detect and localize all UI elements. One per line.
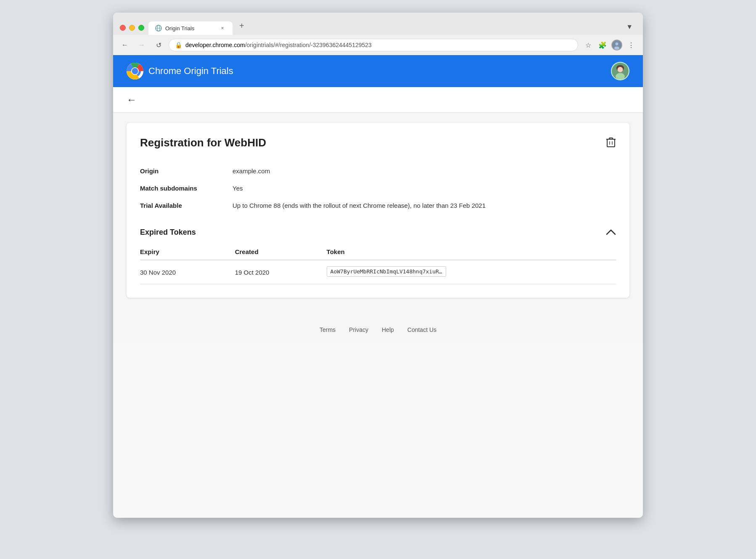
created-cell: 19 Oct 2020 (235, 260, 327, 284)
forward-nav-button[interactable]: → (135, 38, 148, 52)
page-content: Chrome Origin Trials ← (113, 55, 643, 518)
origin-row: Origin example.com (140, 162, 616, 180)
chevron-up-icon[interactable] (606, 228, 616, 237)
extensions-button[interactable]: 🧩 (596, 38, 609, 52)
user-account-button[interactable] (610, 38, 624, 52)
reload-button[interactable]: ↺ (152, 38, 165, 52)
new-tab-button[interactable]: + (234, 18, 249, 34)
svg-point-12 (616, 73, 625, 80)
title-bar: Origin Trials × + ▼ (113, 13, 643, 35)
expired-tokens-title: Expired Tokens (140, 228, 196, 237)
site-header-left: Chrome Origin Trials (127, 63, 233, 79)
menu-icon: ⋮ (628, 41, 634, 49)
chrome-logo-icon (127, 63, 143, 79)
expiry-cell: 30 Nov 2020 (140, 260, 235, 284)
main-content: Registration for WebHID (113, 113, 643, 316)
info-table: Origin example.com Match subdomains Yes … (140, 162, 616, 214)
delete-button[interactable] (606, 136, 616, 151)
origin-value: example.com (233, 167, 616, 175)
reload-icon: ↺ (156, 41, 161, 49)
registration-card: Registration for WebHID (127, 123, 629, 298)
tab-close-button[interactable]: × (219, 25, 226, 32)
token-column-header: Token (327, 244, 616, 260)
back-navigation: ← (113, 87, 643, 113)
token-cell: AoW7ByrUeMbRRIcNbImqLV148hnq7xiuR… (327, 260, 616, 284)
site-footer: Terms Privacy Help Contact Us (113, 316, 643, 343)
url-path: /origintrials/#/registration/-3239636244… (245, 42, 372, 48)
browser-window: Origin Trials × + ▼ ← → ↺ 🔒 developer.ch… (113, 13, 643, 518)
star-icon: ☆ (585, 41, 591, 49)
help-link[interactable]: Help (382, 326, 394, 333)
expired-tokens-header: Expired Tokens (140, 228, 616, 237)
tab-label: Origin Trials (165, 25, 216, 32)
lock-icon: 🔒 (175, 42, 182, 48)
site-title: Chrome Origin Trials (148, 66, 233, 77)
table-row: 30 Nov 2020 19 Oct 2020 AoW7ByrUeMbRRIcN… (140, 260, 616, 284)
browser-icons: ☆ 🧩 ⋮ (582, 38, 638, 52)
card-header: Registration for WebHID (140, 136, 616, 151)
site-header: Chrome Origin Trials (113, 55, 643, 87)
trial-available-row: Trial Available Up to Chrome 88 (ends wi… (140, 197, 616, 214)
match-subdomains-label: Match subdomains (140, 185, 233, 192)
back-arrow-button[interactable]: ← (127, 94, 137, 105)
contact-us-link[interactable]: Contact Us (407, 326, 436, 333)
header-user-avatar[interactable] (611, 62, 629, 80)
back-nav-button[interactable]: ← (118, 38, 132, 52)
forward-nav-icon: → (138, 41, 145, 49)
address-bar[interactable]: 🔒 developer.chrome.com/origintrials/#/re… (169, 39, 578, 51)
tab-overflow-button[interactable]: ▼ (623, 20, 636, 34)
extensions-icon: 🧩 (598, 41, 607, 49)
svg-point-5 (614, 46, 619, 50)
expiry-column-header: Expiry (140, 244, 235, 260)
svg-rect-15 (607, 139, 615, 147)
close-button[interactable] (120, 25, 126, 31)
match-subdomains-row: Match subdomains Yes (140, 180, 616, 197)
tokens-table: Expiry Created Token 30 Nov 2020 19 Oct … (140, 244, 616, 284)
card-title: Registration for WebHID (140, 136, 266, 149)
token-value: AoW7ByrUeMbRRIcNbImqLV148hnq7xiuR… (327, 266, 446, 277)
trial-available-label: Trial Available (140, 202, 233, 209)
back-nav-icon: ← (122, 41, 128, 49)
navigation-bar: ← → ↺ 🔒 developer.chrome.com/origintrial… (113, 35, 643, 55)
created-column-header: Created (235, 244, 327, 260)
url-display: developer.chrome.com/origintrials/#/regi… (185, 42, 572, 48)
tab-favicon-icon (155, 25, 162, 32)
star-button[interactable]: ☆ (582, 38, 595, 52)
url-domain: developer.chrome.com (185, 42, 245, 48)
privacy-link[interactable]: Privacy (349, 326, 368, 333)
svg-point-9 (132, 68, 138, 74)
maximize-button[interactable] (138, 25, 144, 31)
svg-point-14 (618, 67, 623, 72)
menu-button[interactable]: ⋮ (624, 38, 638, 52)
svg-point-4 (616, 42, 619, 45)
traffic-lights (120, 25, 144, 31)
origin-label: Origin (140, 167, 233, 175)
trial-available-value: Up to Chrome 88 (ends with the rollout o… (233, 202, 616, 209)
tab-bar: Origin Trials × + ▼ (148, 18, 636, 35)
match-subdomains-value: Yes (233, 185, 616, 192)
user-avatar (611, 40, 622, 50)
active-tab[interactable]: Origin Trials × (148, 21, 233, 35)
minimize-button[interactable] (129, 25, 135, 31)
terms-link[interactable]: Terms (320, 326, 336, 333)
